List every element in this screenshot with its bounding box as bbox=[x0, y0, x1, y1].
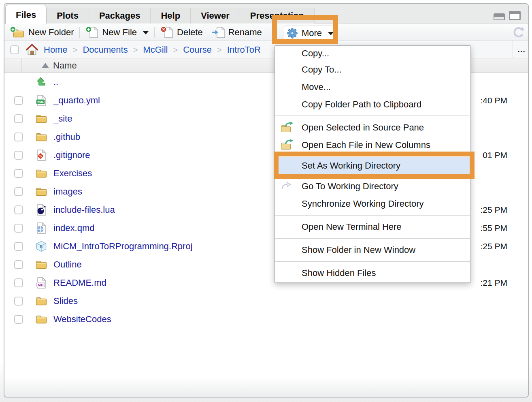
menu-item-label: Show Hidden Files bbox=[302, 268, 376, 278]
file-icon-cell bbox=[35, 149, 48, 161]
git-icon bbox=[36, 149, 47, 161]
file-icon-cell bbox=[35, 186, 48, 197]
menu-separator bbox=[275, 215, 470, 216]
checkbox-cell bbox=[14, 169, 23, 178]
file-checkbox[interactable] bbox=[14, 242, 23, 251]
menu-item-show-folder-in-new-window[interactable]: Show Folder in New Window bbox=[275, 241, 470, 259]
breadcrumb-overflow-button[interactable]: ... bbox=[515, 41, 528, 58]
file-checkbox[interactable] bbox=[14, 315, 23, 324]
menu-item-label: Synchronize Working Directory bbox=[302, 199, 424, 209]
column-divider bbox=[21, 58, 22, 73]
menu-item-show-hidden-files[interactable]: Show Hidden Files bbox=[275, 264, 470, 282]
checkbox-cell bbox=[14, 133, 23, 141]
file-icon-cell bbox=[35, 77, 48, 88]
menu-item-copy-folder-path-to-clipboard[interactable]: Copy Folder Path to Clipboard bbox=[275, 96, 470, 113]
name-column-label: Name bbox=[53, 60, 77, 71]
file-checkbox[interactable] bbox=[14, 151, 23, 160]
menu-item-go-to-working-directory[interactable]: Go To Working Directory bbox=[275, 177, 470, 195]
tab-packages[interactable]: Packages bbox=[89, 8, 151, 24]
refresh-icon[interactable] bbox=[512, 26, 526, 39]
file-link[interactable]: Slides bbox=[53, 296, 78, 306]
file-link[interactable]: Exercises bbox=[53, 168, 92, 179]
menu-item-label: Go To Working Directory bbox=[302, 181, 398, 192]
checkbox-cell bbox=[14, 242, 23, 251]
folder-icon bbox=[35, 314, 47, 325]
file-link[interactable]: index.qmd bbox=[53, 223, 95, 233]
file-modified-time: :25 PM bbox=[480, 242, 507, 251]
svg-text:R: R bbox=[40, 244, 43, 248]
file-link[interactable]: _quarto.yml bbox=[53, 95, 100, 106]
file-link[interactable]: README.md bbox=[53, 278, 106, 288]
file-checkbox[interactable] bbox=[14, 205, 23, 214]
checkbox-cell bbox=[14, 278, 23, 287]
folder-arrow-icon bbox=[280, 139, 295, 151]
menu-item-open-new-terminal-here[interactable]: Open New Terminal Here bbox=[275, 218, 470, 235]
file-link[interactable]: .gitignore bbox=[53, 150, 90, 160]
file-checkbox[interactable] bbox=[14, 96, 23, 105]
file-link[interactable]: include-files.lua bbox=[53, 205, 115, 215]
file-link[interactable]: WebsiteCodes bbox=[53, 314, 111, 325]
file-link[interactable]: images bbox=[53, 186, 82, 197]
rename-icon bbox=[211, 26, 225, 38]
breadcrumb-divider bbox=[513, 41, 513, 58]
file-checkbox[interactable] bbox=[14, 169, 23, 178]
menu-item-open-each-file-in-new-columns[interactable]: Open Each File in New Columns bbox=[275, 136, 470, 154]
file-checkbox[interactable] bbox=[14, 187, 23, 196]
file-checkbox[interactable] bbox=[14, 297, 23, 306]
new-file-icon bbox=[85, 26, 98, 38]
file-icon-cell: MD bbox=[35, 277, 48, 289]
file-checkbox[interactable] bbox=[14, 114, 23, 123]
breadcrumb-chevron-icon: > bbox=[217, 45, 222, 55]
breadcrumb-course[interactable]: Course bbox=[183, 45, 212, 55]
file-checkbox[interactable] bbox=[14, 224, 23, 233]
delete-label: Delete bbox=[177, 27, 203, 38]
tab-viewer[interactable]: Viewer bbox=[191, 8, 240, 24]
name-column-header[interactable]: Name bbox=[42, 58, 77, 73]
file-checkbox[interactable] bbox=[14, 133, 23, 141]
tab-files[interactable]: Files bbox=[5, 5, 47, 24]
file-icon-cell bbox=[35, 259, 48, 270]
breadcrumb-home[interactable]: Home bbox=[44, 45, 68, 55]
delete-button[interactable]: Delete bbox=[160, 26, 203, 38]
file-link[interactable]: MiCM_IntroToRProgramming.Rproj bbox=[53, 241, 193, 252]
folder-icon bbox=[35, 295, 47, 306]
file-checkbox[interactable] bbox=[14, 260, 23, 269]
maximize-pane-icon[interactable] bbox=[509, 11, 521, 20]
tab-plots[interactable]: Plots bbox=[47, 8, 89, 24]
breadcrumb-introtor[interactable]: IntroToR bbox=[227, 45, 261, 55]
menu-item-copy[interactable]: Copy... bbox=[275, 46, 470, 61]
file-link[interactable]: .. bbox=[53, 77, 58, 88]
rename-button[interactable]: Rename bbox=[211, 26, 262, 38]
folder-icon bbox=[35, 259, 47, 270]
file-modified-time: :21 PM bbox=[480, 278, 507, 288]
yml-icon: YML bbox=[36, 94, 47, 107]
minimize-pane-icon[interactable] bbox=[494, 13, 505, 20]
file-link[interactable]: _site bbox=[53, 113, 72, 124]
tab-bar: FilesPlotsPackagesHelpViewerPresentation bbox=[4, 4, 528, 24]
file-modified-time: :55 PM bbox=[480, 223, 507, 233]
tab-help[interactable]: Help bbox=[151, 8, 191, 24]
sort-ascending-icon bbox=[42, 63, 49, 68]
breadcrumb-documents[interactable]: Documents bbox=[83, 45, 128, 55]
breadcrumb-mcgill[interactable]: McGill bbox=[143, 45, 168, 55]
file-link[interactable]: Outline bbox=[53, 259, 82, 270]
new-file-button[interactable]: New File bbox=[85, 26, 149, 38]
checkbox-cell bbox=[14, 315, 23, 324]
breadcrumb: Home>Documents>McGill>Course>IntroToR bbox=[44, 45, 261, 55]
file-checkbox[interactable] bbox=[14, 278, 23, 287]
file-link[interactable]: .github bbox=[53, 132, 80, 142]
menu-item-copy-to[interactable]: Copy To... bbox=[275, 61, 470, 78]
select-all-checkbox[interactable] bbox=[10, 45, 19, 54]
home-icon[interactable] bbox=[25, 43, 39, 57]
file-icon-cell bbox=[35, 314, 48, 325]
file-icon-cell: YML bbox=[35, 94, 48, 107]
rename-label: Rename bbox=[228, 27, 262, 38]
new-folder-button[interactable]: New Folder bbox=[10, 26, 74, 38]
checkbox-cell bbox=[14, 260, 23, 269]
files-toolbar: New Folder New File Delete Rename More bbox=[4, 24, 528, 41]
menu-item-open-selected-in-source-pane[interactable]: Open Selected in Source Pane bbox=[275, 119, 470, 136]
file-row: WebsiteCodes bbox=[4, 310, 528, 328]
menu-item-synchronize-working-directory[interactable]: Synchronize Working Directory bbox=[275, 195, 470, 212]
file-icon-cell bbox=[35, 295, 48, 306]
menu-item-move[interactable]: Move... bbox=[275, 78, 470, 96]
